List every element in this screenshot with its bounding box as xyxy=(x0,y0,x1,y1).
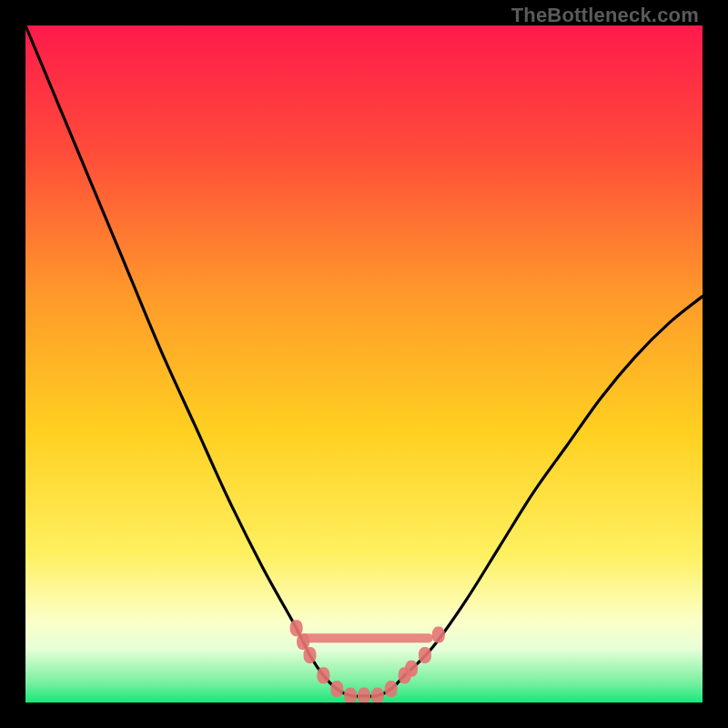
curve-line xyxy=(25,25,703,696)
curve-marker xyxy=(358,688,370,703)
curve-marker xyxy=(432,627,445,643)
plot-area xyxy=(25,25,703,703)
chart-frame: TheBottleneck.com xyxy=(0,0,728,728)
curve-marker xyxy=(405,661,418,677)
curve-marker xyxy=(330,681,343,697)
bottleneck-curve xyxy=(25,25,703,703)
curve-marker xyxy=(344,688,357,703)
curve-marker xyxy=(303,647,316,663)
curve-marker xyxy=(371,688,384,703)
curve-marker xyxy=(419,647,431,663)
curve-marker-band xyxy=(302,633,433,642)
curve-marker xyxy=(385,681,398,697)
watermark-text: TheBottleneck.com xyxy=(511,4,699,27)
curve-marker xyxy=(317,667,329,683)
